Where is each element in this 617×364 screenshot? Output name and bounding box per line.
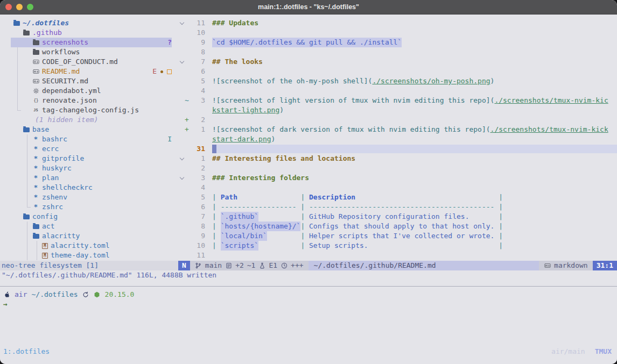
line-number: 1 (189, 125, 205, 134)
line-number: 6 (189, 202, 205, 212)
editor-line[interactable]: +2 (178, 115, 617, 125)
tree-item-config[interactable]: config (0, 212, 178, 222)
editor-line[interactable]: 11 (178, 251, 617, 260)
editor-line[interactable]: 5| Path | Description | (178, 192, 617, 202)
editor-line[interactable]: 8| `hosts/{hostname}/`| Configs that sho… (178, 222, 617, 231)
line-number: 9 (189, 231, 205, 241)
title-bar: main:1:.dotfiles - "ks~/.dotfiles" (0, 0, 617, 15)
editor-line[interactable]: 10| `scripts` | Setup scripts. | (178, 241, 617, 251)
tree-item-gitprofile[interactable]: *gitprofile (0, 154, 178, 163)
markdown-link[interactable]: ./screenshots/tmux-nvim-kic (494, 96, 608, 105)
tree-item-screenshots[interactable]: screenshots? (0, 38, 178, 47)
text-segment: | (499, 192, 503, 202)
tree-item-security-md[interactable]: SECURITY.md (0, 76, 178, 86)
fold-open-icon[interactable] (180, 23, 185, 24)
tree-item-shellcheckrc[interactable]: *shellcheckrc (0, 183, 178, 192)
tree-item-huskyrc[interactable]: *huskyrc (0, 163, 178, 173)
tree-item-readme-md[interactable]: README.mdE (0, 67, 178, 76)
line-number: 3 (189, 96, 205, 105)
tree-item-bashrc[interactable]: *bashrcI (0, 134, 178, 144)
editor-line[interactable]: 3### Interesting folders (178, 173, 617, 183)
editor-line[interactable]: 8 (178, 47, 617, 57)
tree-item--1-hidden-item-[interactable]: (1 hidden item) (0, 115, 178, 125)
editor-line[interactable]: 5![screenshot of the oh-my-posh shell](.… (178, 76, 617, 86)
mode-indicator: N (178, 261, 190, 270)
text-segment (258, 241, 300, 251)
editor-line[interactable]: 31 (178, 144, 617, 154)
markdown-link[interactable]: ./screenshots/oh-my-posh.png (372, 76, 490, 86)
editor-line[interactable]: 6| ------------------ | ----------------… (178, 202, 617, 212)
line-text: | `local/bin` | Helper scripts that I've… (212, 231, 503, 241)
tmux-pane-divider[interactable] (0, 286, 617, 287)
tree-item-code-of-conduct-md[interactable]: CODE_OF_CONDUCT.md (0, 57, 178, 67)
tree-item-base[interactable]: base (0, 125, 178, 134)
line-number: 8 (189, 222, 205, 231)
tree-item-workflows[interactable]: workflows (0, 47, 178, 57)
shell-input-line[interactable]: → (3, 299, 8, 309)
editor-line[interactable]: 4 (178, 86, 617, 96)
tree-item--github[interactable]: .github (0, 28, 178, 38)
shell-prompt[interactable]: air~/.dotfiles20.15.0 (3, 290, 134, 299)
tree-item-renovate-json[interactable]: {}renovate.json (0, 96, 178, 105)
text-segment: | (300, 231, 309, 241)
text-segment (469, 212, 499, 222)
editor-line[interactable]: 4 (178, 183, 617, 192)
tree-item-label: renovate.json (42, 96, 97, 105)
tree-item-label: .github (32, 28, 62, 38)
markdown-link[interactable]: kstart-light.png (212, 105, 279, 115)
fold-open-icon[interactable] (180, 177, 185, 179)
editor-line[interactable]: 1## Interesting files and locations (178, 154, 617, 163)
tree-item-alacritty-toml[interactable]: Malacritty.toml (0, 241, 178, 251)
tree-item-label: alacritty.toml (51, 241, 110, 251)
tree-item--dotfiles[interactable]: ~/.dotfiles (0, 18, 178, 28)
tree-item-act[interactable]: act (0, 222, 178, 231)
editor-line[interactable]: +1![screenshot of dark version of tmux w… (178, 125, 617, 134)
js-icon: JS (32, 107, 39, 114)
tree-item-label: ecrc (42, 144, 59, 154)
git-sign: + (185, 115, 189, 125)
text-segment: | (499, 231, 503, 241)
editor-line[interactable]: 10 (178, 28, 617, 38)
text-segment: `hosts/{hostname}/` (221, 222, 301, 231)
tree-item-ecrc[interactable]: *ecrc (0, 144, 178, 154)
star-icon: * (32, 165, 39, 172)
fold-open-icon[interactable] (180, 158, 185, 160)
tree-item-zshrc[interactable]: *zshrc (0, 202, 178, 212)
editor-line[interactable]: 7| `.github` | GitHub Repository configu… (178, 212, 617, 222)
text-segment: Description (309, 192, 355, 202)
text-segment: | (300, 192, 309, 202)
command-line-message: "~/.dotfiles/.github/README.md" 116L, 44… (2, 270, 216, 280)
editor-line[interactable]: 6 (178, 67, 617, 76)
statusline-git-info: main+2~1E1+++ (190, 261, 308, 270)
tree-item-dependabot-yml[interactable]: dependabot.yml (0, 86, 178, 96)
line-text: ## The looks (212, 57, 263, 67)
git-untracked-badge: ? (167, 38, 172, 47)
markdown-link[interactable]: start-dark.png (212, 134, 271, 144)
editor-line[interactable]: 9`cd $HOME/.dotfiles && git pull && ./in… (178, 38, 617, 47)
line-number: 10 (189, 28, 205, 38)
tree-item-zshenv[interactable]: *zshenv (0, 192, 178, 202)
star-icon: * (32, 194, 39, 201)
fold-open-icon[interactable] (180, 61, 185, 63)
editor-line[interactable]: kstart-light.png) (178, 105, 617, 115)
editor-line[interactable]: 2 (178, 163, 617, 173)
markdown-icon (544, 262, 551, 269)
text-segment (494, 231, 499, 241)
tree-item-label: act (42, 222, 54, 231)
markdown-link[interactable]: ./screenshots/tmux-nvim-kick (490, 125, 608, 134)
editor-line[interactable]: ~3![screenshot of light version of tmux … (178, 96, 617, 105)
editor-line[interactable]: 7## The looks (178, 57, 617, 67)
editor-line[interactable]: 11### Updates (178, 18, 617, 28)
tree-item-tag-changelog-config-js[interactable]: JStag-changelog-config.js (0, 105, 178, 115)
statusline-item: +2 (235, 261, 244, 270)
tree-item-theme-day-toml[interactable]: Mtheme-day.toml (0, 251, 178, 260)
tree-item-label: theme-day.toml (51, 251, 110, 260)
line-number: 2 (189, 115, 205, 125)
tree-item-plan[interactable]: *plan (0, 173, 178, 183)
tmux-window-label[interactable]: 1:.dotfiles (3, 347, 50, 356)
text-segment: | (212, 222, 221, 231)
editor-line[interactable]: 9| `local/bin` | Helper scripts that I'v… (178, 231, 617, 241)
tree-item-alacritty[interactable]: alacritty (0, 231, 178, 241)
line-number: 3 (189, 173, 205, 183)
editor-line[interactable]: start-dark.png) (178, 134, 617, 144)
